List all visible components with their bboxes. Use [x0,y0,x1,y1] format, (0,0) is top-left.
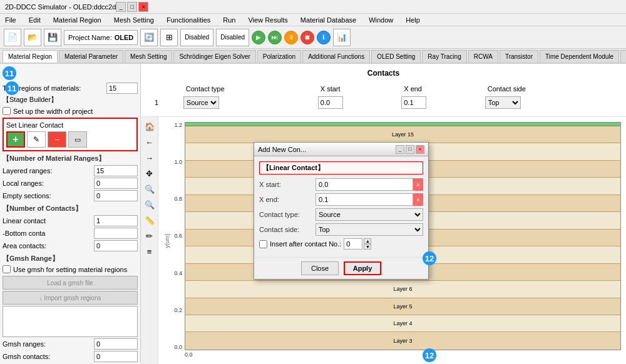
run-step-btn[interactable]: ⏭ [268,31,282,44]
save-btn[interactable]: 💾 [44,29,61,46]
tab-solar-cell[interactable]: Solar Cell [620,50,626,63]
apply-modal-btn[interactable]: Apply [344,261,381,275]
menu-edit[interactable]: Edit [26,16,43,24]
run-start-btn[interactable]: ▶ [252,31,265,44]
contact-side-select[interactable]: Top Bottom Left Right [485,96,521,109]
modal-close-btn[interactable]: × [416,145,424,154]
tab-polarization[interactable]: Polarization [257,50,301,63]
menu-functionalities[interactable]: Functionalities [164,16,213,24]
modal-contact-side-select[interactable]: Top Bottom Left Right [316,223,423,236]
left-panel: 11 Total regions of materials: 【Stage Bu… [0,64,141,364]
new-btn[interactable]: 📄 [4,29,21,46]
modal-controls[interactable]: _ □ × [396,145,424,154]
run-stop-btn[interactable]: ⏹ [300,31,314,44]
insert-spinner[interactable]: ▲ ▼ [364,238,371,250]
tab-material-region[interactable]: Material Region [3,50,58,63]
add-contact-btn[interactable]: + [6,131,25,148]
close-btn[interactable]: × [138,2,148,12]
use-gmsh-row[interactable]: Use gmsh for setting material regions [3,265,138,273]
spinner-down[interactable]: ▼ [364,244,371,250]
modal-contact-type-label: Contact type: [259,211,316,218]
row-xstart[interactable] [316,95,398,110]
refresh-btn[interactable]: 🔄 [140,29,158,46]
menu-material-region[interactable]: Material Region [51,16,104,24]
layers-icon[interactable]: ≡ [143,245,156,258]
draw-icon[interactable]: ✏ [143,229,156,243]
home-icon[interactable]: 🏠 [143,119,156,133]
edit-contact-btn[interactable]: ✎ [27,131,46,148]
xend-input[interactable] [401,96,426,109]
modal-insert-checkbox[interactable] [259,240,267,248]
row-type[interactable]: Source Drain Gate [181,95,314,110]
pan-icon[interactable]: ✥ [143,166,156,180]
zoom-out-icon[interactable]: 🔍 [143,198,156,211]
layered-input[interactable] [94,165,138,176]
tab-rcwa[interactable]: RCWA [468,50,498,63]
bottom-contact-input[interactable] [94,228,138,239]
y-tick-02: 0.2 [174,307,182,313]
tab-additional[interactable]: Additional Functions [302,50,370,63]
forward-icon[interactable]: → [143,151,156,164]
linear-contact-input[interactable] [94,215,138,226]
contact-type-select[interactable]: Source Drain Gate [183,96,219,109]
total-regions-input[interactable] [106,83,138,94]
set-width-checkbox[interactable] [3,107,11,115]
project-name: OLED [115,34,134,41]
menu-window[interactable]: Window [366,16,396,24]
run-pause-btn[interactable]: ⏸ [284,31,298,44]
modal-maximize-btn[interactable]: □ [406,145,414,154]
menu-view-results[interactable]: View Results [245,16,290,24]
spinner-up[interactable]: ▲ [364,238,371,244]
import-gmsh-btn[interactable]: ↓ Import gmsh regions [3,291,138,305]
tab-mesh-setting[interactable]: Mesh Setting [125,50,172,63]
modal-xstart-input[interactable] [316,178,413,191]
use-gmsh-checkbox[interactable] [3,265,11,273]
run-info-btn[interactable]: ℹ [317,31,331,44]
minimize-btn[interactable]: _ [116,2,126,12]
local-input[interactable] [94,178,138,189]
grid-btn[interactable]: ⊞ [160,29,178,46]
empty-input[interactable] [94,190,138,201]
modal-minimize-btn[interactable]: _ [396,145,404,154]
disabled2-btn[interactable]: Disabled [216,29,249,46]
tab-schrodinger[interactable]: Schrödinger Eigen Solver [173,50,255,63]
open-btn[interactable]: 📂 [24,29,41,46]
back-icon[interactable]: ← [143,135,156,149]
menu-run[interactable]: Run [220,16,238,24]
project-name-field: Project Name: OLED [64,30,138,45]
chart-btn[interactable]: 📊 [333,29,351,46]
modal-xstart-clear-btn[interactable]: × [413,178,423,191]
modal-contact-type-select[interactable]: Source Drain Gate [316,208,423,221]
y-tick-10: 1.0 [174,159,182,165]
close-modal-btn[interactable]: Close [301,261,339,275]
maximize-btn[interactable]: □ [127,2,137,12]
window-controls[interactable]: _ □ × [116,2,148,12]
gmsh-contacts-input[interactable] [94,351,138,362]
tab-transistor[interactable]: Transistor [500,50,538,63]
copy-contact-btn[interactable]: ▭ [68,131,87,148]
tab-ray-tracing[interactable]: Ray Tracing [422,50,466,63]
zoom-in-icon[interactable]: 🔍 [143,182,156,196]
row-side[interactable]: Top Bottom Left Right [483,95,615,110]
tab-material-parameter[interactable]: Material Parameter [59,50,123,63]
modal-xend-input[interactable] [316,193,413,206]
set-width-row[interactable]: Set up the width of project [3,107,138,115]
menu-mesh-setting[interactable]: Mesh Setting [111,16,156,24]
menu-help[interactable]: Help [403,16,423,24]
row-xend[interactable] [399,95,481,110]
modal-xstart-label: X start: [259,181,316,188]
xstart-input[interactable] [318,96,343,109]
load-gmsh-btn[interactable]: Load a gmsh file [3,276,138,290]
tab-time-dependent[interactable]: Time Dependent Module [540,50,619,63]
tab-oled[interactable]: OLED Setting [371,50,421,63]
gmsh-textarea[interactable] [3,306,138,337]
area-contact-input[interactable] [94,240,138,251]
menu-material-database[interactable]: Material Database [298,16,359,24]
insert-value-input[interactable] [344,238,362,250]
measure-icon[interactable]: 📏 [143,213,156,227]
modal-xend-clear-btn[interactable]: × [413,193,423,206]
gmsh-ranges-input[interactable] [94,338,138,350]
disabled1-btn[interactable]: Disabled [180,29,213,46]
menu-file[interactable]: File [3,16,19,24]
remove-contact-btn[interactable]: − [48,131,66,148]
